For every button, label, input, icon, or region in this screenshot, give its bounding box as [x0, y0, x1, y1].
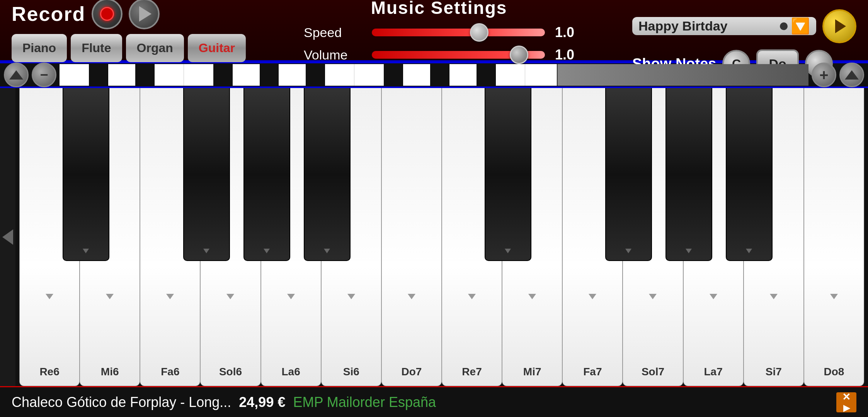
ad-banner: Chaleco Gótico de Forplay - Long... 24,9… — [0, 386, 868, 417]
keyboard-area: Re6Mi6Fa6Sol6La6Si6Do7Re7Mi7Fa7Sol7La7Si… — [0, 88, 868, 386]
black-key-marker-icon — [686, 249, 692, 255]
volume-thumb[interactable] — [510, 46, 528, 64]
white-key-do8[interactable]: Do8 — [804, 88, 864, 386]
nav-up2-button[interactable] — [839, 63, 864, 87]
white-key-do7[interactable]: Do7 — [381, 88, 442, 386]
key-marker-icon — [347, 294, 355, 301]
key-label: Si6 — [343, 366, 359, 378]
mini-key — [494, 64, 525, 86]
black-key[interactable] — [63, 88, 109, 261]
record-button[interactable] — [92, 0, 123, 29]
key-marker-icon — [710, 294, 717, 301]
song-name: Happy Birtday — [638, 19, 780, 34]
speed-label: Speed — [304, 25, 366, 40]
mini-key — [60, 64, 91, 86]
key-label: Sol7 — [642, 366, 664, 378]
key-marker-icon — [166, 294, 174, 301]
black-key[interactable] — [665, 88, 712, 261]
nav-minus-icon: − — [40, 68, 48, 82]
mini-black-key — [135, 64, 155, 86]
ad-main-text: Chaleco Gótico de Forplay - Long... — [12, 394, 231, 410]
key-marker-icon — [589, 294, 596, 301]
nav-up-button[interactable] — [4, 63, 29, 87]
volume-value: 1.0 — [551, 47, 574, 63]
key-marker-icon — [287, 294, 295, 301]
black-key-marker-icon — [324, 249, 330, 255]
volume-slider[interactable] — [372, 51, 545, 59]
key-label: Re7 — [462, 366, 482, 378]
mini-key — [401, 64, 432, 86]
song-selector-wrapper: Happy Birtday 🔽 — [632, 17, 816, 35]
mini-keyboard — [60, 64, 808, 86]
record-label: Record — [12, 2, 85, 25]
record-row: Record — [12, 0, 246, 29]
key-label: Fa7 — [583, 366, 602, 378]
key-label: Do7 — [401, 366, 422, 378]
mini-key — [323, 64, 354, 86]
key-label: La6 — [282, 366, 300, 378]
settings-title: Music Settings — [371, 0, 507, 18]
keyboard-container: Re6Mi6Fa6Sol6La6Si6Do7Re7Mi7Fa7Sol7La7Si… — [15, 88, 868, 386]
key-label: Sol6 — [219, 366, 242, 378]
ad-close-button[interactable]: ✕ ▶ — [836, 392, 856, 412]
dot-indicator-icon — [780, 22, 788, 30]
mini-key — [106, 64, 138, 86]
organ-button[interactable]: Organ — [126, 34, 184, 62]
keys-wrapper: Re6Mi6Fa6Sol6La6Si6Do7Re7Mi7Fa7Sol7La7Si… — [19, 88, 864, 386]
music-settings: Music Settings Speed 1.0 Volume 1.0 — [261, 0, 617, 63]
black-key[interactable] — [485, 88, 531, 261]
black-key[interactable] — [243, 88, 290, 261]
black-key[interactable] — [183, 88, 230, 261]
instrument-row: Piano Flute Organ Guitar — [12, 34, 246, 62]
key-label: Mi6 — [101, 366, 119, 378]
speed-slider[interactable] — [372, 29, 545, 36]
mini-key — [230, 64, 262, 86]
close-x-icon: ✕ — [842, 391, 851, 403]
black-key[interactable] — [304, 88, 350, 261]
mini-black-key — [384, 64, 403, 86]
key-marker-icon — [830, 294, 838, 301]
black-key-marker-icon — [746, 249, 752, 255]
key-label: La7 — [704, 366, 722, 378]
nav-minus-button[interactable]: − — [32, 63, 56, 87]
mini-key — [525, 64, 557, 86]
key-marker-icon — [528, 294, 536, 301]
nav-up-arrow-icon — [9, 70, 23, 80]
left-arrow-icon — [2, 229, 13, 245]
gold-play-triangle-icon — [835, 19, 846, 33]
speed-value: 1.0 — [551, 24, 574, 41]
ad-price: 24,99 € — [239, 394, 285, 410]
key-label: Re6 — [39, 366, 59, 378]
key-label: Si7 — [766, 366, 782, 378]
flute-button[interactable]: Flute — [71, 34, 122, 62]
ad-arrow-icon: ▶ — [843, 403, 850, 413]
mini-key — [447, 64, 479, 86]
record-dot-icon — [100, 7, 114, 21]
nav-plus-button[interactable]: + — [812, 63, 836, 87]
guitar-button[interactable]: Guitar — [188, 34, 246, 62]
record-section: Record Piano Flute Organ Guitar — [12, 0, 246, 62]
mini-black-key — [89, 64, 108, 86]
piano-button[interactable]: Piano — [12, 34, 67, 62]
mini-black-key — [306, 64, 325, 86]
piano-nav-bar: − + — [0, 62, 868, 88]
key-marker-icon — [106, 294, 114, 301]
mini-key — [152, 64, 184, 86]
black-key-marker-icon — [625, 249, 631, 255]
ad-text: Chaleco Gótico de Forplay - Long... 24,9… — [12, 394, 829, 410]
black-key[interactable] — [605, 88, 652, 261]
mini-key — [184, 64, 216, 86]
black-key-marker-icon — [264, 249, 270, 255]
speed-thumb[interactable] — [470, 23, 488, 42]
play-record-button[interactable] — [129, 0, 160, 29]
volume-slider-row: Volume 1.0 — [304, 47, 574, 63]
black-key-marker-icon — [203, 249, 209, 255]
gold-play-button[interactable] — [822, 9, 856, 43]
mini-keyboard-dark — [557, 64, 808, 86]
mini-black-key — [213, 64, 233, 86]
left-scroll-button[interactable] — [0, 88, 15, 386]
key-marker-icon — [770, 294, 778, 301]
key-label: Mi7 — [523, 366, 541, 378]
black-key[interactable] — [726, 88, 772, 261]
dropdown-icon[interactable]: 🔽 — [791, 17, 810, 35]
